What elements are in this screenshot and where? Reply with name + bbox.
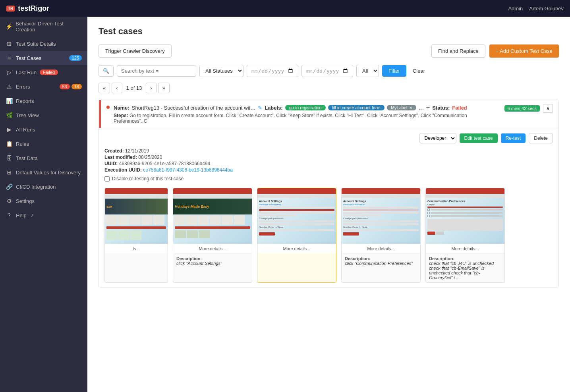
screenshots-row: $20: [104, 188, 553, 283]
errors-badge2: 18: [71, 84, 82, 89]
filter-button[interactable]: Filter: [382, 65, 406, 77]
settings-icon: ⚙: [6, 198, 13, 204]
logo[interactable]: TR testRigor: [6, 4, 49, 13]
reports-icon: 📊: [6, 98, 13, 104]
sidebar: ⚡ Behavior-Driven Test Creation ⊞ Test S…: [0, 17, 87, 392]
main-content: Test cases Trigger Crawler Discovery Fin…: [87, 17, 570, 392]
sidebar-item-behavior-driven[interactable]: ⚡ Behavior-Driven Test Creation: [0, 17, 87, 37]
disable-retesting-checkbox[interactable]: [104, 176, 110, 182]
sidebar-item-test-cases[interactable]: ≡ Test Cases 125: [0, 51, 87, 65]
sidebar-item-last-run[interactable]: ▷ Last Run Failed: [0, 65, 87, 79]
delete-button[interactable]: Delete: [529, 133, 553, 143]
clear-filter-button[interactable]: Clear: [410, 65, 428, 77]
screenshot-img-3: Account Settings Personal Information Ch…: [257, 188, 336, 244]
sidebar-item-errors[interactable]: ⚠ Errors 53 18: [0, 79, 87, 94]
last-page-button[interactable]: »: [158, 83, 170, 93]
sidebar-item-reports[interactable]: 📊 Reports: [0, 94, 87, 108]
label-chip-form: fill in create account form: [328, 105, 385, 110]
add-custom-test-case-button[interactable]: + Add Custom Test Case: [489, 44, 559, 58]
exec-uuid-row: Execution UUID: ce756a61-f997-4306-be19-…: [104, 167, 553, 173]
exec-uuid-label: Execution UUID:: [104, 167, 142, 173]
all-filter-select[interactable]: All: [356, 65, 379, 77]
sidebar-item-test-data[interactable]: 🗄 Test Data: [0, 151, 87, 165]
disable-retesting-label: Disable re-testing of this test case: [112, 176, 184, 182]
time-badge: 6 mins 42 secs: [504, 105, 540, 112]
first-page-button[interactable]: «: [99, 83, 110, 93]
desc-val-2: click "Account Settings": [176, 261, 222, 266]
more-details-button-3[interactable]: More details...: [257, 244, 336, 253]
errors-icon: ⚠: [6, 83, 13, 90]
sidebar-item-cicd[interactable]: 🔗 CI/CD Integration: [0, 180, 87, 194]
sidebar-item-tree-view[interactable]: 🌿 Tree View: [0, 108, 87, 122]
sidebar-item-label: CI/CD Integration: [16, 184, 56, 190]
date-to-input[interactable]: [301, 65, 353, 77]
sidebar-item-all-runs[interactable]: ▶ All Runs: [0, 122, 87, 137]
page-info: 1 of 13: [124, 85, 145, 91]
status-label: Status:: [432, 105, 450, 111]
screenshot-card-3: Account Settings Personal Information Ch…: [257, 188, 336, 283]
modified-value: 08/25/2020: [138, 154, 162, 160]
remove-label-icon[interactable]: ✕: [409, 106, 412, 110]
desc-label-2: Description:: [176, 256, 202, 261]
test-data-icon: 🗄: [6, 155, 13, 161]
search-input[interactable]: [117, 65, 196, 77]
errors-badge1: 53: [60, 84, 70, 89]
sidebar-item-label: Test Cases: [16, 55, 41, 61]
desc-val-5: check that "cb-J4U" is unchecked check t…: [429, 261, 494, 280]
sidebar-item-default-values[interactable]: ⊞ Default Values for Discovery: [0, 165, 87, 180]
screenshot-img-5: Communication Preferences Output: [426, 188, 504, 244]
more-details-button-4[interactable]: More details...: [342, 244, 420, 253]
uuid-value: 463989a6-9205-4e1e-a587-78188066b494: [119, 161, 211, 166]
sidebar-item-settings[interactable]: ⚙ Settings: [0, 194, 87, 208]
sidebar-item-test-suite[interactable]: ⊞ Test Suite Details: [0, 37, 87, 51]
edit-name-icon[interactable]: ✎: [258, 105, 262, 111]
sidebar-item-label: Rules: [16, 141, 29, 147]
sidebar-item-rules[interactable]: 📋 Rules: [0, 137, 87, 151]
more-details-button-5[interactable]: More details...: [426, 244, 504, 253]
steps-value: Go to registration. Fill in create accou…: [114, 113, 467, 124]
labels-label: Labels:: [265, 105, 283, 111]
retest-button[interactable]: Re-test: [501, 133, 526, 143]
next-page-button[interactable]: ›: [146, 83, 156, 93]
desc-label-4: Description:: [345, 256, 370, 261]
sidebar-item-help[interactable]: ? Help ↗: [0, 208, 87, 222]
status-value: Failed: [452, 105, 467, 111]
test-case-name-row: Name: ShortReg13 - Successful creation o…: [114, 104, 500, 111]
admin-label[interactable]: Admin: [508, 6, 523, 12]
add-label-button[interactable]: ...: [419, 104, 424, 111]
test-cases-badge: 125: [69, 55, 82, 61]
edit-test-case-button[interactable]: Edit test case: [460, 133, 498, 143]
trigger-crawler-button[interactable]: Trigger Crawler Discovery: [99, 44, 172, 58]
exec-uuid-link[interactable]: ce756a61-f997-4306-be19-13b6896444ba: [143, 167, 233, 173]
toolbar-row: Trigger Crawler Discovery Find and Repla…: [99, 44, 559, 58]
modified-label: Last modified:: [104, 154, 137, 160]
uuid-label: UUID:: [104, 161, 118, 166]
date-from-input[interactable]: [247, 65, 298, 77]
filter-row: 🔍 All Statuses Passed Failed Skipped All…: [99, 65, 559, 77]
test-case-card: Name: ShortReg13 - Successful creation o…: [99, 100, 559, 288]
topnav-right: Admin Artem Golubev: [508, 6, 564, 12]
status-filter-select[interactable]: All Statuses Passed Failed Skipped: [199, 65, 243, 77]
label-chip-mylabel: MyLabel ✕: [387, 105, 416, 110]
collapse-button[interactable]: ∧: [543, 104, 553, 113]
prev-page-button[interactable]: ‹: [112, 83, 122, 93]
screenshot-desc-5: Description: check that "cb-J4U" is unch…: [426, 253, 504, 282]
name-label: Name:: [114, 105, 129, 111]
more-details-button-2[interactable]: More details...: [173, 244, 252, 253]
developer-select[interactable]: Developer: [419, 133, 456, 143]
uuid-row: UUID: 463989a6-9205-4e1e-a587-78188066b4…: [104, 161, 553, 166]
add-label-plus-icon[interactable]: +: [426, 104, 430, 111]
screenshot-card-1: $20: [104, 188, 168, 283]
test-case-header-right: 6 mins 42 secs ∧: [504, 104, 553, 113]
logo-text: testRigor: [18, 4, 49, 13]
find-replace-button[interactable]: Find and Replace: [431, 44, 485, 58]
status-indicator: [106, 106, 110, 109]
default-values-icon: ⊞: [6, 169, 13, 176]
sidebar-item-label: Last Run: [16, 70, 37, 75]
more-details-button-1[interactable]: ls...: [105, 244, 168, 253]
behavior-driven-icon: ⚡: [6, 23, 12, 30]
search-icon-wrap: 🔍: [99, 65, 114, 77]
help-icon: ?: [6, 212, 13, 218]
last-run-icon: ▷: [6, 69, 13, 75]
screenshot-img-4: Account Settings Personal Information Ch…: [342, 188, 420, 244]
